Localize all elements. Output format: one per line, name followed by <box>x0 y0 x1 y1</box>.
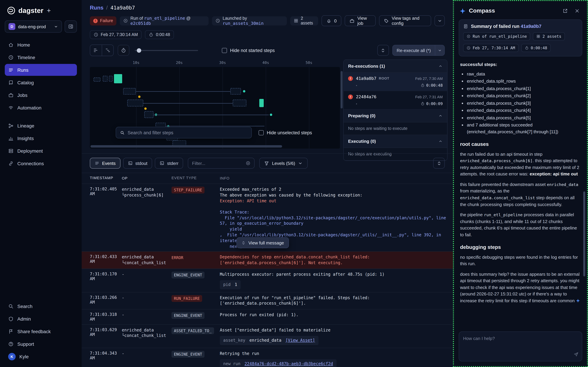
preparing-section-header[interactable]: Preparing (0) <box>344 109 447 122</box>
gantt-horizontal-scrollbar[interactable] <box>91 145 313 148</box>
gantt-step-bar[interactable] <box>114 74 122 83</box>
reexecution-run-id[interactable]: 41a9a0b7 <box>356 76 376 81</box>
gantt-step-bar[interactable] <box>94 77 100 82</box>
sidebar-item-runs[interactable]: Runs <box>5 64 77 76</box>
gantt-retry-dot[interactable] <box>144 108 147 110</box>
sidebar-item-connections[interactable]: Connections <box>5 158 77 169</box>
tab-events[interactable]: Events <box>90 158 120 169</box>
tab-stdout[interactable]: stdout <box>123 158 152 169</box>
summary-run-id-link[interactable]: 41a9a0b7 <box>521 24 542 29</box>
job-link[interactable]: run_etl_pipeline <box>144 16 185 21</box>
clear-filter-icon[interactable] <box>246 161 251 166</box>
sidebar-item-share-feedback[interactable]: Share feedback <box>5 325 77 337</box>
gantt-step-bar[interactable] <box>103 76 108 82</box>
expand-panel-button[interactable] <box>377 45 389 56</box>
gantt-vertical-scrollbar[interactable] <box>340 59 343 149</box>
table-row[interactable]: 7:31:04.343 AM - ENGINE_EVENT Retrying t… <box>82 348 453 367</box>
more-actions-button[interactable] <box>435 15 445 26</box>
send-message-button[interactable] <box>573 351 579 358</box>
table-row[interactable]: 7:31:03.266 AM - RUN_FAILURE Execution o… <box>82 292 453 309</box>
step-search-box[interactable] <box>116 127 252 138</box>
new-run-link[interactable]: 22484a76-dcd2-487b-aeb3-db3bece6cf2d <box>245 361 333 367</box>
reexecutions-section-header[interactable]: Re-executions (1) <box>344 60 447 73</box>
sidebar-item-home[interactable]: Home <box>5 39 77 51</box>
table-row[interactable]: 7:31:03.629 AM enriched_data└concat_chun… <box>82 324 453 348</box>
reexecution-row[interactable]: ! 22484a76 Feb 27, 7:31 AM • 0:00:09 <box>344 91 447 109</box>
gantt-retry-dot[interactable] <box>138 96 141 98</box>
sidebar-item-jobs[interactable]: Jobs <box>5 89 77 101</box>
table-row[interactable]: 7:31:03.318 AM - ENGINE_EVENT Process fo… <box>82 309 453 324</box>
log-filter-box[interactable] <box>188 158 255 169</box>
launched-by-tag[interactable]: Launched by run_assets_30min <box>212 16 287 25</box>
event-type-badge[interactable]: ENGINE_EVENT <box>171 312 205 319</box>
event-type-badge[interactable]: RUN_FAILURE <box>171 295 202 302</box>
reexecution-date: Feb 27, 7:30 AM <box>415 76 443 80</box>
gantt-step-dot[interactable] <box>270 114 272 116</box>
gantt-zoom-slider[interactable] <box>135 45 198 56</box>
gantt-step-bar[interactable] <box>123 88 136 94</box>
assets-tag[interactable]: 2 assets <box>290 16 318 25</box>
gantt-chart[interactable]: Hide unselected steps <box>90 67 340 149</box>
gantt-step-bar[interactable] <box>144 111 153 118</box>
hide-unselected-checkbox[interactable] <box>259 130 264 135</box>
alerts-button[interactable]: 0 <box>322 15 341 26</box>
reexecution-row[interactable]: ! 41a9a0b7 ROOT Feb 27, 7:30 AM • 0:00:4… <box>344 73 447 91</box>
sort-order-button[interactable] <box>433 158 445 169</box>
reexecution-run-id[interactable]: 22484a76 <box>356 94 376 99</box>
view-tags-config-button[interactable]: View tags and config <box>379 15 431 26</box>
re-execute-all-button[interactable]: Re-execute all (*) <box>392 45 445 56</box>
re-execute-dropdown[interactable] <box>435 45 444 55</box>
sensor-link[interactable]: run_assets_30min <box>223 21 264 26</box>
org-switcher[interactable]: D data-eng-prod <box>5 20 62 33</box>
event-type-badge[interactable]: ASSET_FAILED_TO_ <box>171 327 214 334</box>
compass-chat-input[interactable] <box>459 332 582 361</box>
sidebar-item-lineage[interactable]: Lineage <box>5 120 77 132</box>
step-search-input[interactable] <box>128 130 247 135</box>
event-type-badge[interactable]: ERROR <box>171 254 183 261</box>
sidebar-item-support[interactable]: Support <box>5 338 77 350</box>
table-row[interactable]: 7:31:03.170 AM - ENGINE_EVENT Multiproce… <box>82 269 453 292</box>
compass-scrollbar[interactable] <box>583 192 585 276</box>
gantt-step-bar[interactable] <box>259 99 264 107</box>
user-menu[interactable]: KKyle <box>5 350 77 362</box>
hide-not-started-checkbox-row[interactable]: Hide not started steps <box>222 48 275 53</box>
collapse-sidebar-button[interactable] <box>65 20 77 33</box>
sidebar-item-timeline[interactable]: Timeline <box>5 51 77 63</box>
gantt-step-bar[interactable] <box>109 76 113 82</box>
event-type-badge[interactable]: STEP_FAILURE <box>171 187 205 194</box>
run-of-tag[interactable]: Run of run_etl_pipeline @ e2c051db <box>120 16 209 25</box>
hide-not-started-checkbox[interactable] <box>222 48 227 53</box>
gantt-timing-button[interactable] <box>118 45 129 56</box>
sidebar-item-insights[interactable]: Insights <box>5 132 77 144</box>
table-row[interactable]: 7:31:02.433 AM enriched_data└concat_chun… <box>82 251 453 269</box>
sidebar-item-deployment[interactable]: Deployment <box>5 145 77 157</box>
tab-stderr[interactable]: stderr <box>155 158 183 169</box>
view-full-message-button[interactable]: View full message <box>237 237 289 248</box>
levels-filter-button[interactable]: Levels (5/6) <box>259 158 308 169</box>
gantt-step-bar[interactable] <box>233 100 246 106</box>
event-op[interactable]: enriched_data└process_chunk[6] <box>122 187 171 198</box>
executing-section-header[interactable]: Executing (0) <box>344 135 447 148</box>
slider-knob[interactable] <box>137 48 141 53</box>
sidebar-item-catalog[interactable]: Catalog <box>5 76 77 88</box>
gantt-step-dot[interactable] <box>243 90 245 92</box>
commit-link[interactable]: e2c051db <box>130 21 151 26</box>
view-asset-link[interactable]: [View Asset] <box>285 338 315 343</box>
sidebar-item-admin[interactable]: Admin <box>5 313 77 325</box>
gantt-step-bar[interactable] <box>127 100 143 106</box>
hide-unselected-checkbox-row[interactable]: Hide unselected steps <box>259 130 312 135</box>
sidebar-item-automation[interactable]: Automation <box>5 102 77 114</box>
log-filter-input[interactable] <box>192 161 243 166</box>
view-job-button[interactable]: View job <box>345 15 376 26</box>
close-compass-button[interactable] <box>573 7 581 15</box>
gantt-waterfall-view-button[interactable] <box>102 45 113 56</box>
event-op[interactable]: enriched_data└concat_chunk_list <box>122 254 171 266</box>
breadcrumb-runs-link[interactable]: Runs <box>90 5 103 11</box>
event-type-badge[interactable]: ENGINE_EVENT <box>171 351 205 358</box>
open-in-new-window-button[interactable] <box>561 7 570 15</box>
event-type-badge[interactable]: ENGINE_EVENT <box>171 272 205 278</box>
sidebar-item-search[interactable]: Search <box>5 300 77 312</box>
gantt-flat-view-button[interactable] <box>90 45 102 56</box>
gantt-step-bar[interactable] <box>230 88 241 94</box>
event-op[interactable]: enriched_data└concat_chunk_list <box>122 327 171 338</box>
